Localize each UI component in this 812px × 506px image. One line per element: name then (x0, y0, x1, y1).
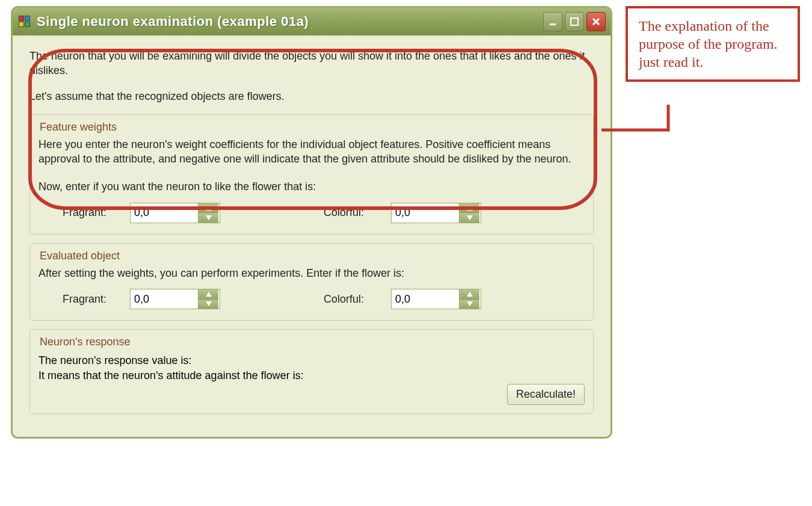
colorful-value-spinner[interactable] (391, 289, 481, 309)
annotation-callout: The explanation of the purpose of the pr… (626, 6, 800, 82)
spinner-down-icon[interactable] (460, 300, 479, 309)
intro-paragraph-1: The neuron that you will be examining wi… (29, 49, 594, 78)
colorful-value-input[interactable] (392, 289, 459, 309)
fragrant-value-label: Fragrant: (63, 293, 117, 306)
spinner-down-icon[interactable] (198, 213, 218, 223)
svg-rect-1 (571, 18, 578, 25)
colorful-weight-label: Colorful: (324, 206, 378, 219)
app-icon (19, 16, 31, 28)
intro-paragraph-2: Let's assume that the recognized objects… (29, 89, 594, 103)
feature-weights-legend: Feature weights (36, 121, 120, 134)
spinner-down-icon[interactable] (460, 213, 479, 223)
spinner-up-icon[interactable] (198, 289, 218, 300)
response-attitude-label: It means that the neuron's attitude agai… (38, 369, 585, 382)
window-title: Single neuron examination (example 01a) (37, 14, 543, 29)
close-button[interactable] (586, 12, 606, 31)
fragrant-weight-input[interactable] (131, 203, 198, 223)
svg-rect-0 (550, 23, 556, 25)
titlebar[interactable]: Single neuron examination (example 01a) (13, 8, 611, 35)
neuron-response-legend: Neuron's response (36, 336, 134, 348)
window-controls (543, 12, 606, 31)
colorful-weight-input[interactable] (392, 203, 459, 223)
colorful-value-label: Colorful: (324, 293, 378, 306)
intro-text: The neuron that you will be examining wi… (29, 49, 594, 103)
evaluated-object-legend: Evaluated object (36, 250, 123, 262)
annotation-callout-text: The explanation of the purpose of the pr… (639, 18, 778, 70)
spinner-down-icon[interactable] (198, 300, 218, 309)
spinner-up-icon[interactable] (198, 203, 218, 214)
evaluated-object-description: After setting the weights, you can perfo… (38, 266, 585, 280)
evaluated-object-inputs: Fragrant: Colorful: (38, 280, 585, 309)
fragrant-value-spinner[interactable] (130, 289, 220, 309)
maximize-button[interactable] (565, 12, 584, 31)
minimize-button[interactable] (543, 12, 562, 31)
spinner-up-icon[interactable] (460, 203, 479, 214)
fragrant-weight-label: Fragrant: (63, 206, 117, 219)
fragrant-value-input[interactable] (131, 289, 198, 309)
neuron-response-group: Neuron's response The neuron's response … (29, 329, 594, 414)
feature-weights-inputs: Fragrant: Colorful: (38, 194, 585, 223)
feature-weights-description: Here you enter the neuron's weight coeff… (38, 137, 585, 167)
feature-weights-prompt: Now, enter if you want the neuron to lik… (38, 179, 585, 194)
neuron-response-text: The neuron's response value is: It means… (38, 354, 585, 382)
recalculate-button[interactable]: Recalculate! (507, 384, 585, 405)
colorful-weight-spinner[interactable] (391, 203, 481, 223)
evaluated-object-group: Evaluated object After setting the weigh… (29, 243, 594, 321)
app-window: Single neuron examination (example 01a) … (11, 6, 612, 439)
fragrant-weight-spinner[interactable] (130, 203, 220, 223)
feature-weights-group: Feature weights Here you enter the neuro… (29, 114, 594, 235)
spinner-up-icon[interactable] (460, 289, 479, 300)
response-value-label: The neuron's response value is: (38, 354, 585, 367)
client-area: The neuron that you will be examining wi… (13, 35, 611, 437)
